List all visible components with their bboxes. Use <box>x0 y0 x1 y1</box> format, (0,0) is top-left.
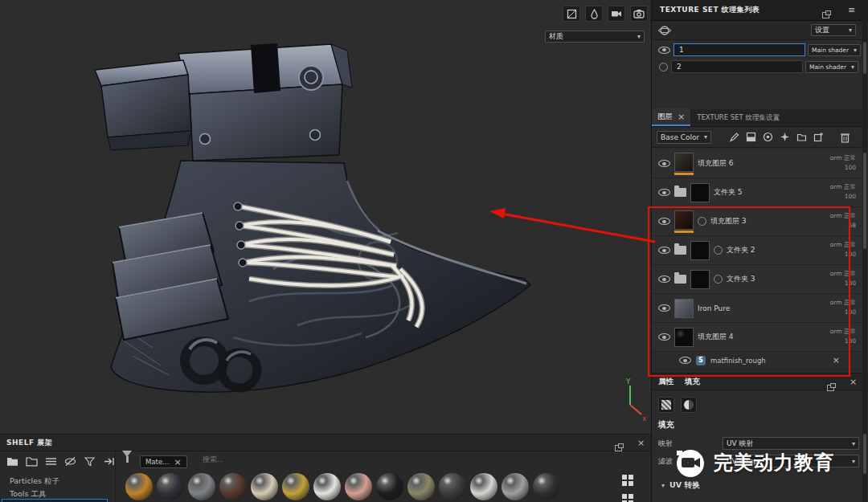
mask-link-icon[interactable] <box>698 217 706 226</box>
remove-effect-icon[interactable]: × <box>833 356 840 365</box>
texture-set-icon[interactable] <box>658 24 671 37</box>
material-swatch[interactable] <box>219 473 247 500</box>
paint-brush-icon[interactable] <box>729 132 739 142</box>
texture-set-row-1[interactable]: 1 Main shader ▾ <box>652 42 868 58</box>
settings-dropdown[interactable]: 设置 ▾ <box>811 24 856 36</box>
opacity-value[interactable]: 68 <box>848 222 856 229</box>
visibility-eye-icon[interactable] <box>658 218 670 225</box>
visibility-eye-icon[interactable] <box>658 247 670 254</box>
layer-thumbnail[interactable] <box>674 299 694 318</box>
tab-layers[interactable]: 图层 × <box>652 108 690 126</box>
layer-thumbnail[interactable] <box>674 328 694 347</box>
visibility-eye-icon[interactable] <box>679 357 691 364</box>
layer-row-iron-pure[interactable]: Iron Pure orm 正常100 <box>652 294 868 323</box>
material-swatch[interactable] <box>282 473 309 500</box>
mask-thumbnail[interactable] <box>690 241 710 260</box>
material-swatch[interactable] <box>376 473 403 500</box>
float-window-icon[interactable] <box>615 439 622 455</box>
blend-mode[interactable]: orm 正常 <box>830 154 856 161</box>
material-mode-button[interactable] <box>658 397 674 413</box>
boot-model[interactable] <box>32 20 579 414</box>
channel-dropdown[interactable]: Base Color ▾ <box>657 131 711 144</box>
shelf-tree-particles[interactable]: Particles 粒子 <box>10 476 59 487</box>
layer-row-folder-3[interactable]: 文件夹 3 orm 正常100 <box>652 265 868 294</box>
float-window-icon[interactable] <box>822 6 829 22</box>
shader-dropdown[interactable]: Main shader ▾ <box>808 44 861 56</box>
close-icon[interactable]: × <box>637 439 645 447</box>
visibility-eye-icon[interactable] <box>658 160 670 167</box>
layer-row-fill-3[interactable]: 填充图层 3 orm 正常68 <box>652 207 868 236</box>
grid-view-icon[interactable] <box>622 494 633 502</box>
blend-mode[interactable]: orm 正常 <box>830 299 856 306</box>
material-swatch[interactable] <box>251 473 278 500</box>
material-swatch[interactable] <box>533 473 560 500</box>
material-swatch[interactable] <box>313 473 341 500</box>
mask-link-icon[interactable] <box>714 275 723 284</box>
eye-slash-icon[interactable] <box>64 456 76 467</box>
opacity-value[interactable]: 100 <box>845 251 856 258</box>
material-sphere-icon[interactable] <box>585 6 603 22</box>
shader-dropdown[interactable]: Main shader ▾ <box>805 61 858 73</box>
effects-icon[interactable] <box>780 132 790 142</box>
visibility-eye-icon[interactable] <box>658 189 670 196</box>
viewport-3d[interactable]: 材质 ▾ Y x <box>0 0 651 434</box>
close-icon[interactable]: × <box>678 112 685 121</box>
smart-material-icon[interactable] <box>763 132 773 142</box>
list-view-icon[interactable] <box>45 456 57 467</box>
viewport-material-dropdown[interactable]: 材质 ▾ <box>545 31 645 43</box>
filter-icon[interactable] <box>84 456 96 467</box>
blend-mode[interactable]: orm 正常 <box>830 212 856 219</box>
export-icon[interactable] <box>103 456 115 467</box>
layer-row-fill-4[interactable]: 填充图层 4 orm 正常100 <box>652 323 868 352</box>
mask-thumbnail[interactable] <box>690 183 710 202</box>
material-swatch[interactable] <box>470 473 497 500</box>
material-swatch[interactable] <box>439 473 466 500</box>
search-input[interactable] <box>203 455 299 463</box>
search-funnel-icon[interactable] <box>122 457 132 472</box>
fill-layer-icon[interactable] <box>746 132 756 142</box>
axis-gizmo[interactable]: Y x <box>617 376 649 422</box>
tab-texture-set-settings[interactable]: TEXTURE SET 纹理集设置 <box>690 113 786 126</box>
shelf-tree-selected-item[interactable] <box>2 499 108 502</box>
add-layer-icon[interactable] <box>813 132 824 142</box>
visibility-eye-icon[interactable] <box>658 275 670 283</box>
material-swatch[interactable] <box>502 473 529 500</box>
opacity-value[interactable]: 100 <box>845 308 856 316</box>
opacity-value[interactable]: 100 <box>845 193 856 200</box>
material-swatch[interactable] <box>125 473 153 500</box>
delete-trash-icon[interactable] <box>840 132 850 143</box>
blend-mode[interactable]: orm 正常 <box>830 183 856 190</box>
visibility-off-icon[interactable] <box>659 63 668 71</box>
wireframe-icon[interactable] <box>563 6 580 22</box>
blend-mode[interactable]: orm 正常 <box>830 241 856 248</box>
float-window-icon[interactable] <box>827 379 834 394</box>
layer-effect-row[interactable]: S matfinish_rough × <box>652 352 868 369</box>
material-swatch[interactable] <box>345 473 372 500</box>
panel-scrollbar[interactable] <box>862 0 867 502</box>
opacity-value[interactable]: 100 <box>845 337 856 345</box>
mask-mode-button[interactable] <box>681 397 697 413</box>
material-swatch[interactable] <box>188 473 215 500</box>
material-swatch[interactable] <box>157 473 184 500</box>
grid-view-icon[interactable] <box>622 475 633 486</box>
visibility-eye-icon[interactable] <box>658 47 670 54</box>
texture-set-name[interactable]: 2 <box>671 60 803 73</box>
remove-tag-icon[interactable]: × <box>174 458 182 467</box>
layer-thumbnail[interactable] <box>674 153 694 172</box>
filter-tag[interactable]: Mate… × <box>140 455 187 468</box>
panel-menu-icon[interactable]: ≡ <box>848 6 855 14</box>
video-camera-icon[interactable] <box>608 6 625 22</box>
opacity-value[interactable]: 100 <box>845 164 856 171</box>
layer-row-folder-2[interactable]: 文件夹 2 orm 正常100 <box>652 236 868 265</box>
new-folder-icon[interactable] <box>26 456 38 467</box>
snapshot-camera-icon[interactable] <box>630 6 648 22</box>
mask-thumbnail[interactable] <box>690 270 710 289</box>
add-folder-icon[interactable] <box>796 132 807 142</box>
layer-row-fill-6[interactable]: 填充图层 6 orm 正常100 <box>652 149 868 178</box>
folder-icon[interactable] <box>6 456 18 467</box>
texture-set-name[interactable]: 1 <box>674 43 805 56</box>
texture-set-row-2[interactable]: 2 Main shader ▾ <box>652 59 868 75</box>
blend-mode[interactable]: orm 正常 <box>830 270 856 277</box>
mask-link-icon[interactable] <box>714 246 723 255</box>
layer-thumbnail[interactable] <box>674 210 694 230</box>
